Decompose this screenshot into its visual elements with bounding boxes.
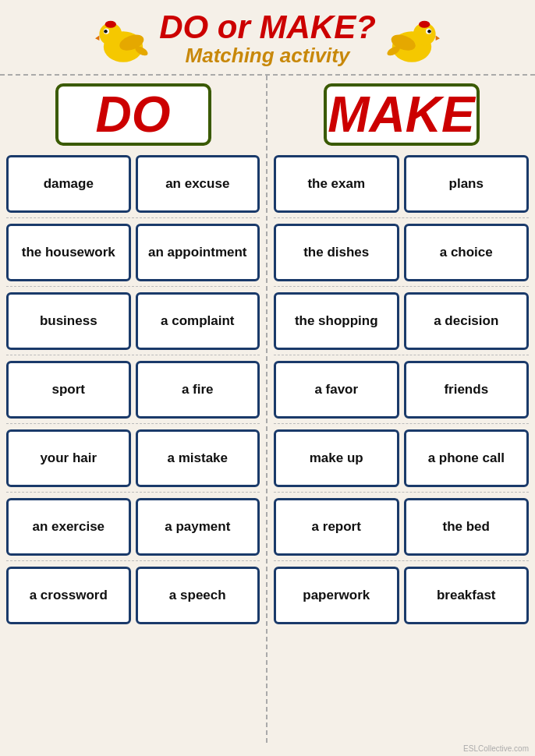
header-text: DO or MAKE? Matching activity bbox=[159, 11, 376, 68]
word-card: the exam bbox=[274, 155, 399, 213]
word-card: an excuse bbox=[136, 155, 260, 213]
word-card: a complaint bbox=[136, 292, 260, 350]
word-card: a favor bbox=[274, 361, 399, 419]
row-separator bbox=[274, 560, 529, 562]
header: DO or MAKE? Matching activity bbox=[0, 0, 535, 74]
row-separator bbox=[6, 286, 260, 288]
bird-left-icon bbox=[95, 12, 151, 68]
word-card: a fire bbox=[136, 361, 260, 419]
word-card: a speech bbox=[136, 567, 260, 624]
header-title: DO or MAKE? bbox=[159, 11, 376, 44]
svg-point-6 bbox=[105, 20, 116, 27]
bird-right-icon bbox=[384, 12, 440, 68]
row-separator bbox=[274, 217, 529, 219]
word-card: a phone call bbox=[404, 429, 530, 487]
row-separator bbox=[6, 423, 260, 425]
word-card: breakfast bbox=[404, 567, 530, 624]
word-card: make up bbox=[274, 429, 399, 487]
row-separator bbox=[274, 423, 529, 425]
word-card: the dishes bbox=[274, 224, 399, 281]
page: DO or MAKE? Matching activity DO bbox=[0, 0, 535, 756]
word-card: damage bbox=[6, 155, 131, 213]
do-label: DO bbox=[96, 86, 171, 143]
do-cards-grid: damagean excusethe houseworkan appointme… bbox=[6, 155, 260, 624]
word-card: the shopping bbox=[274, 292, 399, 350]
word-card: an appointment bbox=[136, 224, 260, 281]
row-separator bbox=[274, 492, 529, 493]
svg-point-12 bbox=[427, 30, 431, 34]
word-card: the bed bbox=[404, 498, 530, 556]
svg-marker-13 bbox=[435, 35, 439, 40]
word-card: business bbox=[6, 292, 131, 350]
word-card: a decision bbox=[404, 292, 530, 350]
word-card: a report bbox=[274, 498, 399, 556]
word-card: paperwork bbox=[274, 567, 399, 624]
word-card: a mistake bbox=[136, 429, 260, 487]
row-separator bbox=[6, 217, 260, 219]
word-card: friends bbox=[404, 361, 530, 419]
svg-marker-5 bbox=[95, 35, 99, 40]
svg-point-14 bbox=[419, 20, 430, 27]
do-section: DO damagean excusethe houseworkan appoin… bbox=[0, 76, 268, 743]
row-separator bbox=[6, 492, 260, 493]
svg-point-4 bbox=[104, 30, 108, 34]
make-header-box: MAKE bbox=[324, 83, 480, 146]
watermark: ESLCollective.com bbox=[0, 743, 535, 756]
word-card: plans bbox=[404, 155, 530, 213]
word-card: a payment bbox=[136, 498, 260, 556]
row-separator bbox=[274, 286, 529, 288]
make-label: MAKE bbox=[328, 86, 474, 143]
word-card: sport bbox=[6, 361, 131, 419]
row-separator bbox=[6, 355, 260, 356]
header-subtitle: Matching activity bbox=[186, 44, 350, 68]
row-separator bbox=[6, 560, 260, 562]
word-card: your hair bbox=[6, 429, 131, 487]
word-card: the housework bbox=[6, 224, 131, 281]
do-header-box: DO bbox=[55, 83, 211, 146]
word-card: a crossword bbox=[6, 567, 131, 624]
word-card: an exercise bbox=[6, 498, 131, 556]
make-section: MAKE the examplansthe dishesa choicethe … bbox=[268, 76, 535, 743]
row-separator bbox=[274, 355, 529, 356]
main-content: DO damagean excusethe houseworkan appoin… bbox=[0, 74, 535, 743]
make-cards-grid: the examplansthe dishesa choicethe shopp… bbox=[274, 155, 529, 624]
word-card: a choice bbox=[404, 224, 530, 281]
